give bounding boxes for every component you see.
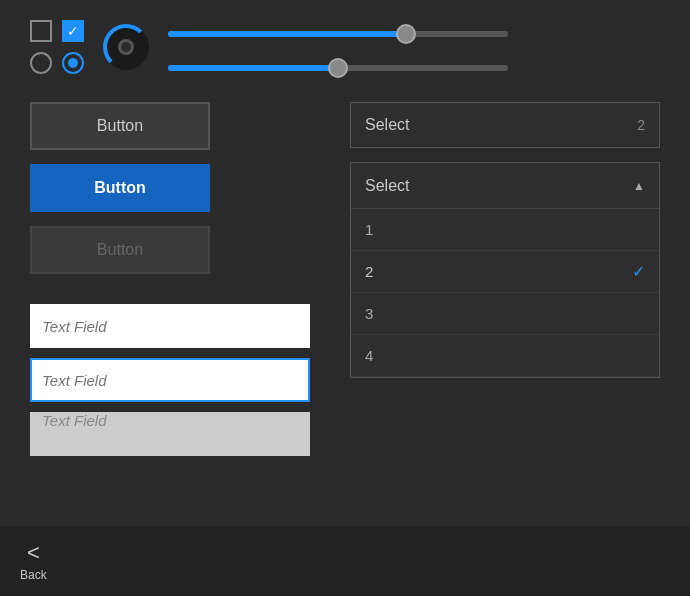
spinner-inner: [118, 39, 134, 55]
text-field-normal[interactable]: [30, 304, 310, 348]
slider-1-thumb[interactable]: [396, 24, 416, 44]
radio-unchecked[interactable]: [30, 52, 52, 74]
select-collapsed-value: 2: [637, 117, 645, 133]
bottom-bar: < Back: [0, 526, 690, 596]
checkbox-unchecked[interactable]: [30, 20, 52, 42]
select-option-3[interactable]: 3: [351, 293, 659, 335]
back-chevron-icon: <: [27, 540, 40, 566]
select-header[interactable]: Select ▲: [351, 163, 659, 209]
slider-1-fill: [168, 31, 406, 37]
select-collapsed-label: Select: [365, 116, 409, 134]
text-field-focused[interactable]: [30, 358, 310, 402]
back-button[interactable]: < Back: [20, 540, 47, 582]
slider-2-fill: [168, 65, 338, 71]
checkmark-icon: ✓: [632, 262, 645, 281]
slider-2-thumb[interactable]: [328, 58, 348, 78]
checkbox-checked[interactable]: ✓: [62, 20, 84, 42]
button-disabled: Button: [30, 226, 210, 274]
select-expanded: Select ▲ 1 2 ✓ 3 4: [350, 162, 660, 378]
select-option-2[interactable]: 2 ✓: [351, 251, 659, 293]
button-primary[interactable]: Button: [30, 164, 210, 212]
radio-checked[interactable]: [62, 52, 84, 74]
slider-2-track[interactable]: [168, 65, 508, 71]
text-field-disabled: Text Field: [30, 412, 310, 456]
chevron-up-icon: ▲: [633, 179, 645, 193]
select-option-4[interactable]: 4: [351, 335, 659, 377]
select-expanded-label: Select: [365, 177, 409, 195]
select-collapsed[interactable]: Select 2: [350, 102, 660, 148]
back-label: Back: [20, 568, 47, 582]
spinner: [104, 25, 148, 69]
select-option-1[interactable]: 1: [351, 209, 659, 251]
sliders-container: [168, 20, 660, 74]
slider-1-track[interactable]: [168, 31, 508, 37]
button-default[interactable]: Button: [30, 102, 210, 150]
